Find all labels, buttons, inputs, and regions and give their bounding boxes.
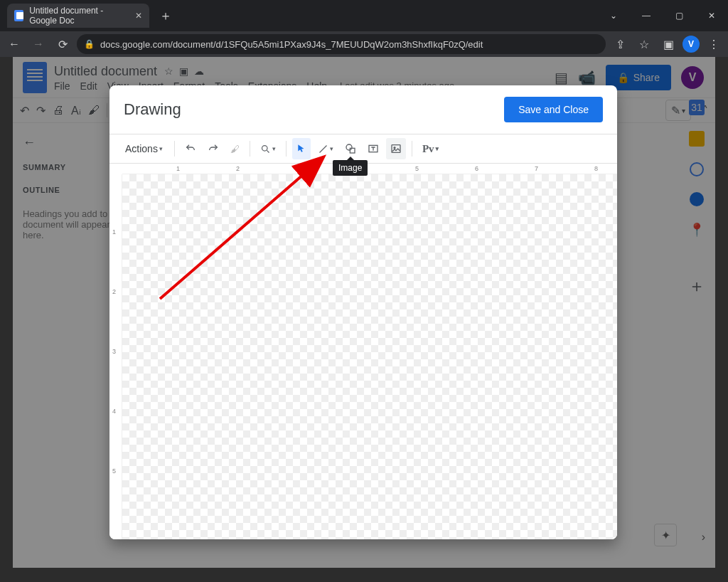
chrome-profile-avatar[interactable]: V (682, 36, 700, 53)
font-family-select[interactable]: Pv (418, 138, 443, 159)
tab-close-icon[interactable]: ✕ (135, 11, 142, 21)
side-panel: 31 📍 ＋ (682, 100, 711, 297)
url-field[interactable]: 🔒 docs.google.com/document/d/1SFQu5A5mi1… (77, 34, 606, 54)
drawing-canvas[interactable] (122, 174, 617, 539)
url-text: docs.google.com/document/d/1SFQu5A5mi1PX… (100, 39, 483, 50)
browser-addressbar: ← → ⟳ 🔒 docs.google.com/document/d/1SFQu… (0, 31, 728, 57)
svg-point-5 (394, 147, 395, 149)
share-url-icon[interactable]: ⇪ (610, 34, 630, 54)
window-maximize-icon[interactable]: ▢ (663, 5, 695, 26)
drawing-canvas-area: 1 2 3 4 5 6 7 8 1 2 3 4 5 (109, 164, 617, 539)
extensions-icon[interactable]: ▣ (658, 34, 678, 54)
dialog-header: Drawing Save and Close (109, 85, 617, 134)
outline-hint: Headings you add to the document will ap… (23, 208, 124, 240)
bookmark-star-icon[interactable]: ☆ (634, 34, 654, 54)
meet-icon[interactable]: 📹 (578, 69, 596, 86)
side-panel-toggle-icon[interactable]: › (702, 531, 705, 544)
account-avatar[interactable]: V (681, 66, 704, 89)
explore-button[interactable]: ✦ (654, 524, 677, 546)
share-label: Share (633, 72, 660, 83)
menu-file[interactable]: File (54, 80, 70, 92)
window-minimize-icon[interactable]: — (630, 5, 663, 26)
redo-icon[interactable] (203, 138, 223, 159)
docs-favicon (14, 10, 23, 21)
close-sidebar-icon[interactable]: ← (23, 135, 124, 150)
svg-point-0 (262, 145, 267, 151)
contacts-icon[interactable] (690, 192, 704, 206)
reload-button[interactable]: ⟳ (53, 34, 73, 54)
browser-menu-icon[interactable]: ⋮ (704, 38, 724, 51)
browser-tab[interactable]: Untitled document - Google Doc ✕ (7, 4, 149, 28)
select-tool-icon[interactable] (292, 138, 311, 159)
image-tooltip: Image (333, 160, 368, 176)
window-controls: ⌄ — ▢ ✕ (597, 0, 728, 31)
tab-title: Untitled document - Google Doc (29, 6, 129, 26)
star-icon[interactable]: ☆ (164, 65, 173, 77)
spellcheck-icon[interactable]: Aᵢ (71, 104, 81, 117)
drawing-dialog: Drawing Save and Close Actions 🖌 Pv 1 2 … (109, 85, 617, 539)
calendar-icon[interactable]: 31 (689, 100, 705, 115)
paint-format-icon[interactable]: 🖌 (88, 104, 100, 117)
outline-heading: OUTLINE (23, 186, 124, 194)
add-addon-icon[interactable]: ＋ (688, 275, 705, 297)
forward-button: → (28, 34, 48, 54)
cloud-status-icon[interactable]: ☁ (194, 65, 204, 77)
back-button[interactable]: ← (4, 34, 24, 54)
zoom-control[interactable] (256, 138, 280, 159)
new-tab-button[interactable]: ＋ (159, 7, 172, 24)
dialog-title: Drawing (124, 100, 181, 119)
window-spacer-chevron-icon: ⌄ (597, 5, 630, 26)
document-title[interactable]: Untitled document (54, 64, 157, 79)
line-tool-icon[interactable] (314, 138, 338, 159)
move-icon[interactable]: ▣ (179, 65, 188, 77)
drawing-toolbar: Actions 🖌 Pv (109, 134, 617, 164)
browser-titlebar: Untitled document - Google Doc ✕ ＋ ⌄ — ▢… (0, 0, 728, 31)
paint-format-icon[interactable]: 🖌 (226, 138, 244, 159)
vertical-ruler: 1 2 3 4 5 (109, 174, 122, 539)
window-close-icon[interactable]: ✕ (695, 5, 728, 26)
print-icon[interactable]: 🖨 (53, 104, 64, 117)
google-docs-logo-icon[interactable] (23, 62, 47, 93)
menu-edit[interactable]: Edit (80, 80, 97, 92)
actions-menu[interactable]: Actions (119, 138, 168, 159)
svg-point-1 (346, 144, 352, 150)
tasks-icon[interactable] (690, 162, 704, 176)
undo-icon[interactable] (181, 138, 200, 159)
redo-icon[interactable]: ↷ (36, 104, 46, 117)
text-box-tool-icon[interactable] (363, 138, 383, 159)
pencil-icon: ✎ (671, 104, 680, 117)
save-and-close-button[interactable]: Save and Close (504, 97, 603, 122)
undo-icon[interactable]: ↶ (20, 104, 29, 117)
image-tool-icon[interactable] (386, 138, 406, 159)
comments-history-icon[interactable]: ▤ (555, 69, 568, 86)
keep-icon[interactable] (689, 131, 705, 147)
horizontal-ruler: 1 2 3 4 5 6 7 8 (122, 164, 617, 174)
summary-heading: SUMMARY (23, 163, 124, 171)
maps-icon[interactable]: 📍 (689, 222, 705, 238)
lock-icon: 🔒 (84, 39, 95, 49)
svg-rect-2 (350, 148, 355, 153)
lock-icon: 🔒 (617, 72, 629, 83)
